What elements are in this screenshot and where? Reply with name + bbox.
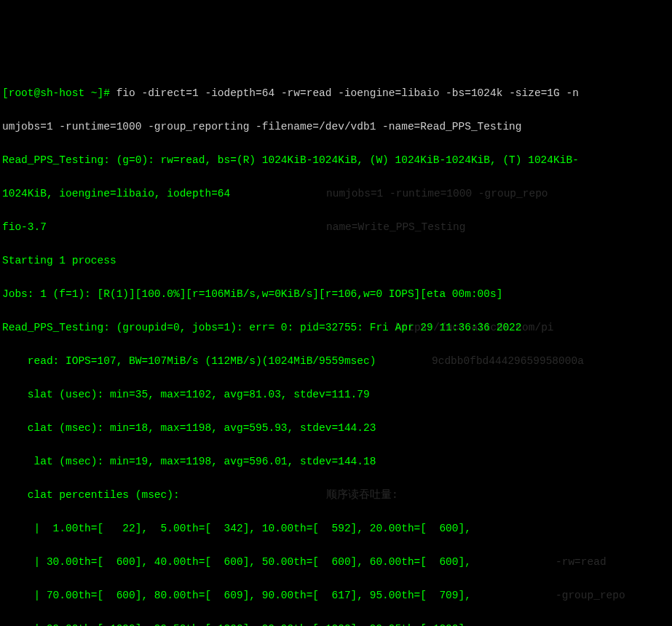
ghost-text: 9cdbb0fbd44429659958000a xyxy=(432,353,584,370)
output-line: read: IOPS=107, BW=107MiB/s (112MB/s)(10… xyxy=(2,355,376,367)
command-continuation: umjobs=1 -runtime=1000 -group_reporting … xyxy=(2,121,522,132)
output-line: slat (usec): min=35, max=1102, avg=81.03… xyxy=(2,389,370,400)
output-line: lat (msec): min=19, max=1198, avg=596.01… xyxy=(2,456,376,467)
output-line: Starting 1 process xyxy=(2,255,116,266)
output-line: | 70.00th=[ 600], 80.00th=[ 609], 90.00t… xyxy=(2,590,471,601)
prompt-bracket-close: ]# xyxy=(98,87,110,99)
command-text: fio -direct=1 -iodepth=64 -rw=read -ioen… xyxy=(110,87,579,99)
prompt-user-host: root@sh-host xyxy=(9,87,84,99)
output-line: clat percentiles (msec): xyxy=(2,489,180,501)
output-line: fio-3.7 xyxy=(2,221,47,233)
ghost-text: -group_repo xyxy=(556,587,625,604)
ghost-text: 顺序读吞吐量: xyxy=(326,487,398,504)
prompt-line-1: [root@sh-host ~]# fio -direct=1 -iodepth… xyxy=(2,85,670,102)
output-line: Read_PPS_Testing: (g=0): rw=read, bs=(R)… xyxy=(2,154,579,166)
output-line: Read_PPS_Testing: (groupid=0, jobs=1): e… xyxy=(2,322,522,333)
output-line: Jobs: 1 (f=1): [R(1)][100.0%][r=106MiB/s… xyxy=(2,288,502,300)
ghost-text: numjobs=1 -runtime=1000 -group_repo xyxy=(326,186,548,202)
ghost-text: name=Write_PPS_Testing xyxy=(326,219,465,236)
prompt-path: ~ xyxy=(84,87,97,99)
output-line: | 99.00th=[ 1099], 99.50th=[ 1200], 99.9… xyxy=(2,623,471,626)
terminal-window[interactable]: [root@sh-host ~]# fio -direct=1 -iodepth… xyxy=(2,68,670,626)
output-line: clat (msec): min=18, max=1198, avg=595.9… xyxy=(2,422,376,434)
output-line: | 1.00th=[ 22], 5.00th=[ 342], 10.00th=[… xyxy=(2,523,471,534)
prompt-bracket-open: [ xyxy=(2,87,9,99)
ghost-text: -rw=read xyxy=(556,554,606,571)
output-line: | 30.00th=[ 600], 40.00th=[ 600], 50.00t… xyxy=(2,556,471,568)
output-line: 1024KiB, ioengine=libaio, iodepth=64 xyxy=(2,188,230,199)
